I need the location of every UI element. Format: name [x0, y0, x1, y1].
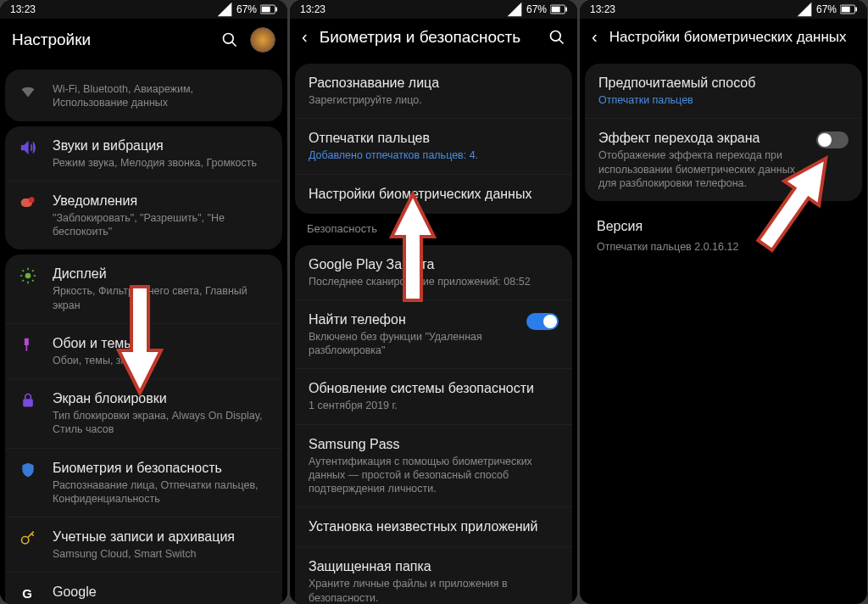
item-find-phone[interactable]: Найти телефон Включено без функции "Удал…	[295, 299, 572, 369]
item-unknown-apps[interactable]: Установка неизвестных приложений	[295, 506, 572, 546]
svg-line-14	[22, 280, 24, 282]
item-display[interactable]: Дисплей Яркость, Фильтр синего света, Гл…	[5, 254, 282, 323]
item-title: Предпочитаемый способ	[598, 75, 849, 92]
item-title: Версия	[597, 218, 850, 235]
item-sounds[interactable]: Звуки и вибрация Режим звука, Мелодия зв…	[5, 126, 282, 181]
avatar[interactable]	[250, 27, 275, 53]
status-time: 13:23	[10, 3, 36, 15]
item-title: Google	[53, 584, 269, 601]
svg-rect-2	[275, 8, 277, 12]
svg-rect-27	[855, 8, 857, 12]
item-secure-folder[interactable]: Защищенная папка Храните личные файлы и …	[295, 546, 572, 604]
item-title: Установка неизвестных приложений	[309, 518, 559, 535]
item-connections[interactable]: Wi-Fi, Bluetooth, Авиарежим, Использован…	[5, 70, 282, 121]
status-right: 67%	[216, 1, 277, 18]
brush-icon	[19, 335, 37, 354]
battery-icon	[260, 1, 277, 18]
item-sub: Храните личные файлы и приложения в безо…	[309, 577, 559, 604]
item-play-protect[interactable]: Google Play Защита Последнее сканировани…	[295, 245, 572, 299]
item-sub: Отображение эффекта перехода при использ…	[598, 148, 801, 190]
battery-pct: 67%	[526, 3, 547, 15]
item-preferred-method[interactable]: Предпочитаемый способ Отпечатки пальцев	[585, 64, 862, 118]
item-sub: "Заблокировать", "Разрешить", "Не беспок…	[53, 211, 269, 239]
item-sub: Отпечатки пальцев	[598, 93, 849, 107]
status-time: 13:23	[300, 3, 326, 15]
svg-point-3	[224, 34, 234, 44]
group-display-etc: Дисплей Яркость, Фильтр синего света, Гл…	[5, 254, 282, 604]
back-button[interactable]: ‹	[592, 27, 598, 47]
item-title: Настройки биометрических данных	[309, 186, 559, 203]
back-button[interactable]: ‹	[302, 27, 308, 47]
phone-screen-2: 13:23 67% ‹ Биометрия и безопасность Рас…	[290, 0, 577, 604]
item-title: Найти телефон	[309, 311, 511, 328]
page-title: Настройки биометрических данных	[609, 29, 855, 46]
status-time: 13:23	[590, 3, 615, 15]
item-sub: Samsung Cloud, Smart Switch	[53, 547, 269, 561]
signal-icon	[216, 1, 233, 18]
item-title: Эффект перехода экрана	[598, 130, 801, 147]
svg-rect-22	[565, 8, 567, 12]
group-security: Google Play Защита Последнее сканировани…	[295, 245, 572, 605]
item-biometric-settings[interactable]: Настройки биометрических данных	[295, 174, 572, 214]
settings-list[interactable]: Предпочитаемый способ Отпечатки пальцев …	[580, 59, 867, 604]
shield-icon	[19, 460, 37, 478]
google-icon: G	[19, 584, 37, 602]
status-bar: 13:23 67%	[0, 0, 287, 19]
item-lockscreen[interactable]: Экран блокировки Тип блокировки экрана, …	[5, 378, 282, 448]
svg-line-13	[32, 280, 34, 282]
status-right: 67%	[796, 1, 857, 18]
badge-icon	[19, 193, 37, 211]
item-face[interactable]: Распознавание лица Зарегистрируйте лицо.	[295, 64, 572, 118]
search-icon[interactable]	[548, 29, 565, 46]
item-title: Учетные записи и архивация	[53, 528, 269, 545]
item-sub: Яркость, Фильтр синего света, Главный эк…	[53, 284, 269, 312]
item-notifications[interactable]: Уведомления "Заблокировать", "Разрешить"…	[5, 181, 282, 250]
group-biometrics: Распознавание лица Зарегистрируйте лицо.…	[295, 64, 572, 214]
item-transition-effect[interactable]: Эффект перехода экрана Отображение эффек…	[585, 118, 862, 201]
battery-icon	[840, 1, 857, 18]
svg-rect-16	[23, 399, 33, 406]
settings-list[interactable]: Распознавание лица Зарегистрируйте лицо.…	[290, 59, 577, 604]
page-title: Биометрия и безопасность	[320, 28, 537, 47]
settings-list[interactable]: Wi-Fi, Bluetooth, Авиарежим, Использован…	[0, 64, 287, 604]
item-sub: Аутентификация с помощью биометрических …	[309, 455, 559, 496]
item-accounts[interactable]: Учетные записи и архивация Samsung Cloud…	[5, 517, 282, 572]
svg-point-7	[25, 273, 31, 279]
lock-icon	[19, 390, 37, 409]
svg-rect-1	[262, 7, 270, 13]
svg-point-6	[29, 197, 35, 203]
item-wallpaper[interactable]: Обои и темы Обои, темы, значки	[5, 323, 282, 378]
svg-rect-26	[842, 7, 850, 13]
phone-screen-1: 13:23 67% Настройки Wi-Fi, Bluetooth, Ав…	[0, 0, 287, 604]
item-google[interactable]: G Google Настройки Google	[5, 572, 282, 604]
toggle-find-phone[interactable]	[526, 313, 559, 330]
svg-rect-21	[552, 7, 560, 13]
sun-icon	[19, 266, 37, 284]
item-sub: Последнее сканирование приложений: 08:52	[309, 275, 559, 288]
header: ‹ Биометрия и безопасность	[290, 19, 577, 59]
svg-text:G: G	[22, 586, 32, 601]
svg-line-4	[232, 42, 236, 47]
section-label: Безопасность	[290, 219, 577, 240]
signal-icon	[506, 1, 523, 18]
item-security-update[interactable]: Обновление системы безопасности 1 сентяб…	[295, 368, 572, 423]
item-sub: Wi-Fi, Bluetooth, Авиарежим, Использован…	[53, 82, 269, 110]
item-biometrics[interactable]: Биометрия и безопасность Распознавание л…	[5, 448, 282, 517]
item-title: Samsung Pass	[309, 436, 559, 453]
item-title: Защищенная папка	[309, 558, 559, 575]
svg-point-23	[551, 31, 561, 41]
item-title: Звуки и вибрация	[53, 137, 269, 154]
item-title: Обновление системы безопасности	[309, 380, 559, 397]
svg-line-15	[32, 271, 34, 272]
status-bar: 13:23 67%	[290, 0, 577, 19]
item-fingerprints[interactable]: Отпечатки пальцев Добавлено отпечатков п…	[295, 118, 572, 173]
item-sub: 1 сентября 2019 г.	[309, 399, 559, 412]
item-sub: Зарегистрируйте лицо.	[309, 93, 559, 107]
group-connections: Wi-Fi, Bluetooth, Авиарежим, Использован…	[5, 70, 282, 121]
header: ‹ Настройки биометрических данных	[580, 19, 867, 59]
search-icon[interactable]	[221, 31, 238, 48]
item-title: Дисплей	[53, 266, 269, 282]
toggle-transition[interactable]	[816, 131, 849, 148]
item-samsung-pass[interactable]: Samsung Pass Аутентификация с помощью би…	[295, 424, 572, 507]
item-sub: Отпечатки пальцев 2.0.16.12	[597, 240, 850, 254]
